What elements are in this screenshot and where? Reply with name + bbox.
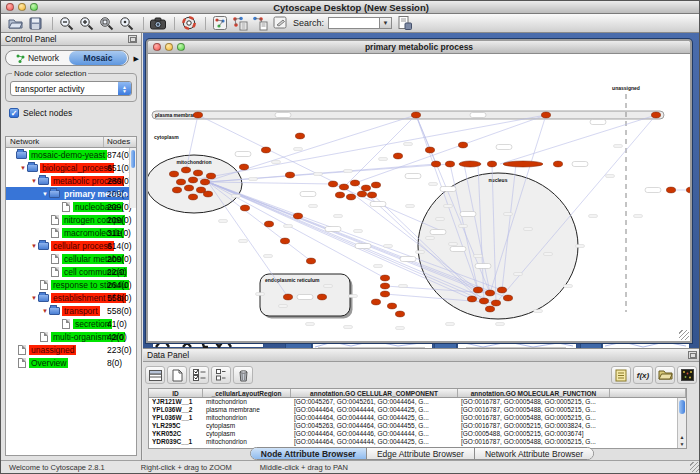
graph-node[interactable] [264, 221, 273, 227]
save-icon[interactable] [27, 15, 44, 31]
graph-node[interactable] [188, 177, 197, 183]
tree-col-nodes[interactable]: Nodes [104, 137, 136, 147]
graph-node[interactable] [261, 147, 270, 153]
node-color-dropdown[interactable]: transporter activity ▲▼ [10, 81, 132, 96]
zoom-fit-icon[interactable] [98, 15, 115, 31]
graph-node[interactable] [172, 187, 181, 193]
tab-mosaic[interactable]: Mosaic [69, 51, 127, 65]
tab-network[interactable]: Network [6, 53, 69, 63]
graph-node[interactable] [485, 290, 494, 296]
tree-expander-icon[interactable]: ▼ [30, 243, 38, 249]
annotation-icon[interactable] [271, 15, 288, 31]
table-row[interactable]: YPL036W__2plasma membrane[GO:0044464, GO… [149, 406, 686, 414]
table-row[interactable]: YKR052Ccytoplasm[GO:0044464, GO:0044446,… [149, 430, 686, 438]
tab-node-attribute-browser[interactable]: Node Attribute Browser [251, 448, 367, 459]
network-canvas[interactable]: plasma membranemitochondrionnucleusendop… [148, 54, 690, 341]
zoom-selected-icon[interactable] [118, 15, 135, 31]
tree-row[interactable]: ▼cellular process614(0) [6, 239, 136, 252]
matrix-icon[interactable] [677, 366, 697, 384]
col-cellular-component[interactable]: annotation.GO CELLULAR_COMPONENT [291, 389, 458, 397]
graph-node[interactable] [317, 294, 326, 300]
tree-row[interactable]: response to stimulu264(0) [6, 278, 136, 291]
tree-row[interactable]: ▼biological_process651(0) [6, 161, 136, 174]
graph-node[interactable] [459, 161, 481, 167]
formula-icon[interactable]: f(x) [633, 366, 653, 384]
graph-node[interactable] [239, 164, 248, 170]
graph-node[interactable] [285, 172, 294, 178]
graph-node[interactable] [280, 238, 289, 244]
layout-icon-b[interactable] [251, 15, 268, 31]
search-input[interactable] [328, 17, 380, 29]
tree-row[interactable]: nucleobase-209(0) [6, 200, 136, 213]
tree-row[interactable]: mosaic-demo-yeast874(0) [6, 148, 136, 161]
table-scrollbar[interactable]: ▲▼ [677, 398, 686, 448]
graph-node[interactable] [367, 192, 376, 198]
graph-node[interactable] [380, 275, 389, 281]
select-nodes-checkbox[interactable]: ✓ [9, 108, 19, 118]
tree-expander-icon[interactable]: ▼ [30, 178, 38, 184]
new-attribute-icon[interactable] [167, 366, 187, 384]
table-row[interactable]: YPL036W__1mitochondrion[GO:0044464, GO:0… [149, 414, 686, 422]
window-resize-grip[interactable] [690, 462, 700, 472]
graph-node[interactable] [445, 161, 454, 167]
graph-node[interactable] [206, 173, 215, 179]
graph-node[interactable] [425, 147, 434, 153]
float-panel-icon[interactable] [688, 351, 697, 359]
graph-node[interactable] [328, 181, 337, 187]
snapshot-icon[interactable] [149, 15, 166, 31]
tree-row[interactable]: unassigned223(0) [6, 343, 136, 356]
tree-expander-icon[interactable]: ▼ [19, 165, 27, 171]
tree-row[interactable]: cellular metabo209(0) [6, 252, 136, 265]
graph-node[interactable] [293, 213, 302, 219]
tree-row[interactable]: macromolecule311(0) [6, 226, 136, 239]
graph-node[interactable] [487, 161, 496, 167]
tree-row[interactable]: ▼primary metabo209(... [6, 187, 136, 200]
graph-node[interactable] [479, 298, 488, 304]
graph-node[interactable] [458, 142, 467, 148]
frame-resize-grip[interactable] [679, 330, 689, 340]
tree-row[interactable]: multi-organism pro42(0) [6, 330, 136, 343]
graph-node[interactable] [380, 291, 389, 297]
network-import-icon[interactable] [211, 15, 228, 31]
graph-node[interactable] [371, 182, 380, 188]
graph-node[interactable] [203, 191, 212, 197]
graph-node[interactable] [395, 311, 404, 317]
label-icon[interactable] [611, 366, 631, 384]
network-view-window[interactable]: primary metabolic process plasma membran… [146, 39, 692, 343]
tree-row[interactable]: secretion41(0) [6, 317, 136, 330]
graph-node[interactable] [380, 283, 389, 289]
delete-attribute-icon[interactable] [233, 366, 253, 384]
col-layout-region[interactable]: _cellularLayoutRegion [203, 389, 291, 397]
graph-node[interactable] [411, 112, 420, 118]
zoom-out-icon[interactable] [58, 15, 75, 31]
tree-row[interactable]: ▼transport558(0) [6, 304, 136, 317]
graph-node[interactable] [169, 171, 178, 177]
layout-icon-a[interactable] [231, 15, 248, 31]
graph-node[interactable] [176, 179, 185, 185]
graph-node[interactable] [188, 194, 197, 200]
graph-node[interactable] [491, 300, 500, 306]
select-attributes-icon[interactable] [189, 366, 209, 384]
region-nucleus[interactable] [418, 173, 578, 319]
graph-node[interactable] [193, 170, 202, 176]
graph-node[interactable] [361, 185, 370, 191]
graph-node[interactable] [686, 187, 690, 193]
col-molecular-function[interactable]: annotation.GO MOLECULAR_FUNCTION [458, 389, 610, 397]
graph-node[interactable] [306, 258, 315, 264]
graph-node[interactable] [295, 133, 304, 139]
col-id[interactable]: ID [149, 389, 203, 397]
search-dropdown-arrow[interactable]: ▼ [380, 17, 392, 29]
import-attributes-icon[interactable] [655, 366, 675, 384]
help-icon[interactable] [180, 15, 197, 31]
tree-row[interactable]: nitrogen compo209(0) [6, 213, 136, 226]
graph-node[interactable] [467, 296, 476, 302]
graph-node[interactable] [503, 161, 543, 167]
tab-edge-attribute-browser[interactable]: Edge Attribute Browser [367, 448, 475, 459]
graph-node[interactable] [240, 205, 249, 211]
graph-node[interactable] [473, 287, 482, 293]
zoom-in-icon[interactable] [78, 15, 95, 31]
tree-scrollbar[interactable] [129, 148, 136, 208]
scroll-arrows-icon[interactable]: ▲▼ [678, 434, 686, 448]
tab-overflow-arrow-icon[interactable]: ▶ [134, 55, 139, 63]
session-icon[interactable] [396, 15, 413, 31]
